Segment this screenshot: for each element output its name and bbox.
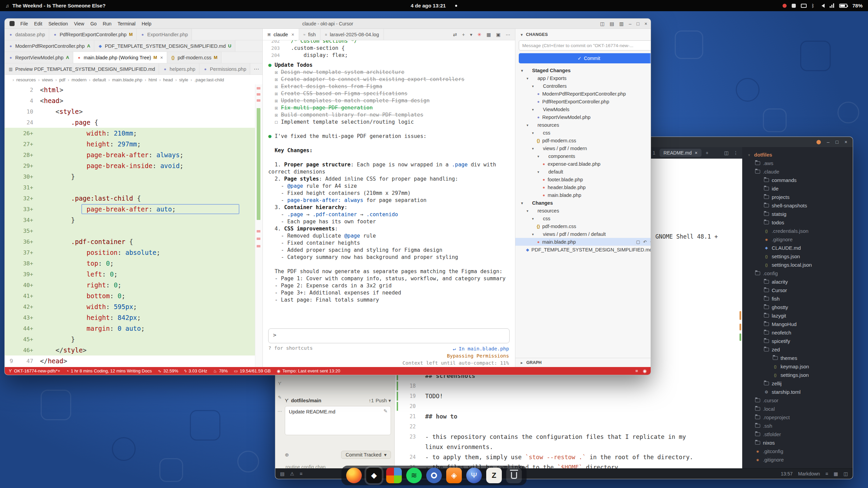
statusbar-icon[interactable]: ▤ (280, 471, 284, 476)
editor-tab[interactable]: ● Permissions.php (199, 63, 250, 75)
close-tab-icon[interactable]: × (160, 55, 163, 60)
statusbar-item[interactable]: ∿ 32.59% (158, 368, 178, 373)
terminal-tab[interactable]: ≡ laravel-2025-08-04.log (320, 29, 384, 40)
breadcrumb-item[interactable]: › main.blade.php (106, 77, 142, 82)
tree-item[interactable]: lazygit (742, 311, 853, 320)
commit-dropdown-icon[interactable]: ▾ (650, 53, 651, 63)
tree-item[interactable]: ◉ .gitconfig (742, 447, 853, 455)
menu-item[interactable]: Run (100, 21, 115, 26)
new-tab-button[interactable]: + (706, 150, 708, 156)
close-tab-icon[interactable]: × (291, 32, 294, 37)
scm-row[interactable]: ▾ default (515, 168, 651, 176)
tree-item[interactable]: neofetch (742, 328, 853, 337)
statusbar-item[interactable]: ▭ 19.54/61.59 GB (234, 368, 271, 373)
breadcrumb-item[interactable]: › .page:last-child (188, 77, 224, 82)
tree-item[interactable]: commands (742, 176, 853, 184)
system-tray[interactable]: ᛒ 78% (783, 3, 863, 8)
layout-icon[interactable]: ◫ (600, 21, 605, 26)
dock-app[interactable] (506, 468, 522, 483)
editor-tab[interactable]: ● ReportViewModel.php A (5, 52, 73, 63)
tree-item[interactable]: Cursor (742, 286, 853, 294)
tree-item[interactable]: {} settings.local.json (742, 261, 853, 269)
scm-row[interactable]: ▾ views / pdf / modern / default (515, 230, 651, 238)
tree-item[interactable]: ◉ .gitignore (742, 235, 853, 244)
editor-tab[interactable]: {} pdf-modern.css M (167, 52, 222, 63)
split-icon[interactable]: ⋮ (733, 150, 738, 156)
menu-item[interactable]: Edit (31, 21, 45, 26)
tab-readme[interactable]: README.md × (659, 149, 702, 157)
statusbar-icon[interactable]: ⚠ (290, 471, 294, 476)
menu-item[interactable]: Go (87, 21, 100, 26)
tree-item[interactable]: alacrity (742, 278, 853, 286)
tree-item[interactable]: MangoHud (742, 320, 853, 328)
tree-item[interactable]: .ssh (742, 422, 853, 430)
scm-row[interactable]: ● ReportViewModel.php A (515, 113, 651, 121)
tree-item[interactable]: .stfolder (742, 430, 853, 439)
scm-row[interactable]: ▾ css (515, 215, 651, 222)
tree-item[interactable]: {} settings.json (742, 252, 853, 261)
scm-row[interactable]: ● header.blade.php A (515, 183, 651, 191)
tree-item[interactable]: nixos (742, 439, 853, 447)
statusbar-icon[interactable]: ◉ (643, 368, 647, 373)
changes-header[interactable]: ▾ CHANGES (515, 29, 651, 38)
breadcrumb-item[interactable]: › pdf (53, 77, 65, 82)
scm-row[interactable]: ▾ css (515, 129, 651, 137)
dock-toggle-icon[interactable]: ⋯ (278, 409, 282, 414)
close-button[interactable]: × (845, 139, 847, 145)
scm-row[interactable]: {} pdf-modern.css M (515, 222, 651, 230)
breadcrumb-item[interactable]: › default (86, 77, 106, 82)
tree-item[interactable]: .aws (742, 159, 853, 167)
commit-message-input[interactable]: Message (Ctrl+Enter to commit on "OKT-16… (519, 40, 651, 50)
tree-item[interactable]: shell-snapshots (742, 201, 853, 210)
statusbar-icon[interactable]: ◫ (844, 471, 848, 476)
attach-icon[interactable]: ⊕ (285, 452, 289, 458)
tree-item[interactable]: statsig (742, 210, 853, 218)
scm-row[interactable]: ● footer.blade.php A (515, 176, 651, 183)
tree-item[interactable]: todos (742, 218, 853, 227)
menu-item[interactable]: File (17, 21, 31, 26)
graph-section-header[interactable]: ▸ GRAPH (515, 358, 651, 367)
tree-item[interactable]: spicetify (742, 337, 853, 345)
terminal-tab[interactable]: ≈ fish (299, 29, 321, 40)
tree-item[interactable]: {} keymap.json (742, 362, 853, 371)
scm-row[interactable]: ▾ ViewModels (515, 105, 651, 113)
media-indicator[interactable]: ♫ The Weeknd - Is There Someone Else? (5, 3, 105, 8)
layout-icon[interactable]: ▤ (610, 21, 614, 26)
menu-item[interactable]: Selection (45, 21, 71, 26)
minimap[interactable] (255, 84, 262, 367)
cursor-position[interactable]: 13:57 (781, 471, 793, 476)
dock-app[interactable]: ◈ (446, 468, 462, 483)
editor-tab[interactable]: ● helpers.php (159, 63, 199, 75)
breadcrumb-item[interactable]: › modern (65, 77, 86, 82)
statusbar-icon[interactable]: ▦ (834, 471, 838, 476)
row-actions[interactable]: ▢ ↶ + (636, 239, 651, 244)
tree-item[interactable]: zed (742, 345, 853, 354)
dock-app[interactable]: Ψ (466, 468, 482, 483)
breadcrumb-item[interactable]: › views (36, 77, 53, 82)
account-icon[interactable] (816, 140, 821, 144)
statusbar-item[interactable]: ϒ OKT-16774-new-pdfs*+ (9, 368, 60, 373)
editor-tab[interactable]: ● main.blade.php (Working Tree) M × (73, 52, 167, 63)
tree-item[interactable]: themes (742, 354, 853, 362)
dock-app[interactable]: ≋ (406, 468, 422, 483)
tree-item[interactable]: fish (742, 294, 853, 303)
tree-item[interactable]: zellij (742, 379, 853, 388)
clock[interactable]: 4 de ago 13:21 (411, 3, 457, 8)
tree-item[interactable]: ◉ .gitignore (742, 455, 853, 464)
terminal-tab[interactable]: ▣ claude × (263, 29, 299, 40)
dock-app[interactable]: ◆ (366, 468, 382, 483)
dock-toggle-icon[interactable]: ϒ (278, 381, 281, 386)
statusbar-item[interactable]: ♨ 78% (213, 368, 228, 373)
scm-row[interactable]: ▾ resources (515, 207, 651, 215)
tree-item[interactable]: .claude (742, 167, 853, 176)
close-tab-icon[interactable]: × (695, 150, 697, 156)
commit-button[interactable]: ✓ Commit ▾ (519, 53, 651, 63)
minimize-button[interactable]: – (629, 21, 632, 26)
scm-row[interactable]: ● expense-card.blade.php A (515, 160, 651, 168)
scm-row[interactable]: ▾ Staged Changes 8 (515, 66, 651, 74)
tree-item[interactable]: .local (742, 405, 853, 413)
tree-item[interactable]: projects (742, 193, 853, 201)
panel-toolbar-icon[interactable]: ▣ (496, 32, 500, 37)
scm-row[interactable]: ▾ Changes 3 (515, 199, 651, 207)
project-root[interactable]: ▾ dotfiles (742, 150, 853, 159)
